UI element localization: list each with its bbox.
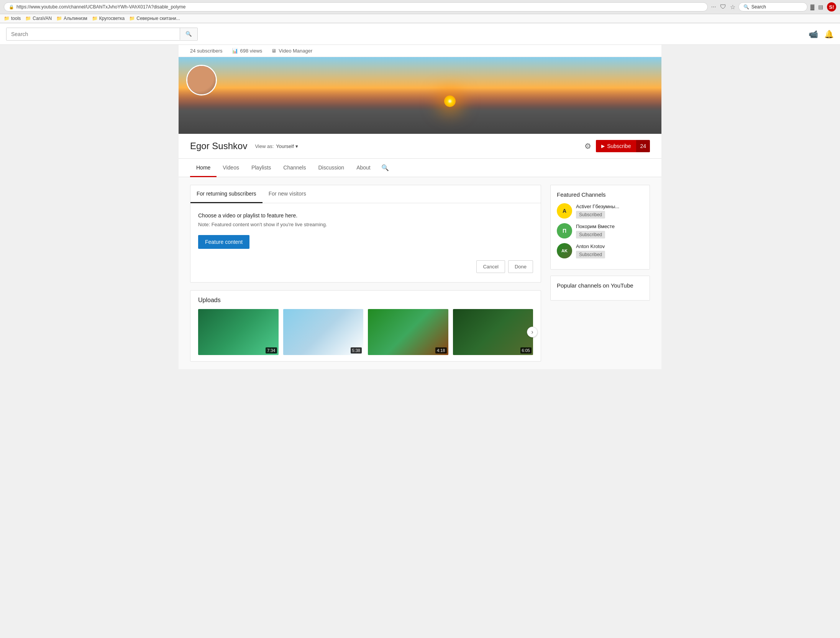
channel-avatar[interactable] [186,65,217,95]
video-duration-4: 6:05 [520,347,532,354]
tab-videos[interactable]: Videos [217,159,245,177]
fc-name-1: Activer Гбезумны... [576,204,643,209]
bookmarks-bar: 📁 tools 📁 CaraVAN 📁 Альпинизм 📁 Кругосве… [0,14,840,23]
featured-channel-1: A Activer Гбезумны... Subscribed [557,203,643,219]
channel-banner [179,57,661,134]
fc-avatar-1: A [557,203,572,219]
folder-icon: 📁 [25,16,31,21]
channel-name: Egor Sushkov [190,141,247,151]
channel-container: 24 subscribers 📊 698 views 🖥 Video Manag… [179,45,661,369]
note-text: Note: Featured content won't show if you… [198,222,533,227]
fc-subscribed-btn-3[interactable]: Subscribed [576,251,605,258]
folder-icon: 📁 [56,16,62,21]
bookmark-severnye[interactable]: 📁 Северные скитани... [129,16,180,21]
star-icon[interactable]: ☆ [730,3,735,11]
browser-url-actions: ··· 🛡 ☆ [711,3,735,11]
video-manager-stat[interactable]: 🖥 Video Manager [271,48,312,54]
profile-icon[interactable]: S! [827,2,836,12]
chart-icon: 📊 [232,48,238,54]
uploads-title: Uploads [198,297,533,304]
view-as-value: Yourself [276,143,294,149]
channel-info-row: Egor Sushkov View as: Yourself ▾ ⚙ ▶ Sub… [179,134,661,159]
tab-about[interactable]: About [350,159,377,177]
tab-returning-subscribers[interactable]: For returning subscribers [190,185,262,203]
banner-road [179,88,661,134]
video-thumb-4[interactable]: 6:05 [453,309,533,355]
fc-info-3: Anton Krotov Subscribed [576,243,643,258]
video-thumb-3[interactable]: 4:18 [368,309,448,355]
popular-channels-title: Popular channels on YouTube [557,282,643,289]
feature-panel: For returning subscribers For new visito… [190,185,541,283]
lock-icon: 🔒 [9,5,14,10]
fc-subscribed-btn-2[interactable]: Subscribed [576,231,605,238]
views-stat: 📊 698 views [232,48,262,54]
subscribe-count[interactable]: 24 [636,140,650,152]
subscribe-button[interactable]: ▶ Subscribe 24 [596,140,650,152]
subscribe-btn-main[interactable]: ▶ Subscribe [596,140,636,152]
tab-playlists[interactable]: Playlists [245,159,277,177]
bookmark-alpinizm[interactable]: 📁 Альпинизм [56,16,87,21]
bell-icon[interactable]: 🔔 [824,30,834,39]
feature-actions: Cancel Done [198,260,533,273]
folder-icon: 📁 [4,16,10,21]
tab-new-visitors[interactable]: For new visitors [262,185,312,203]
featured-channels-title: Featured Channels [557,191,643,198]
view-as-section: View as: Yourself ▾ [255,143,298,149]
tab-home[interactable]: Home [190,159,217,177]
add-video-icon[interactable]: 📹 [809,30,818,39]
feature-content-button[interactable]: Feature content [198,235,249,249]
url-bar: 🔒 https://www.youtube.com/channel/UCBAhi… [0,0,840,14]
reader-icon[interactable]: ▤ [818,4,823,10]
folder-icon: 📁 [92,16,98,21]
cancel-button[interactable]: Cancel [476,260,505,273]
views-text: 698 views [240,48,262,54]
uploads-section: Uploads 7:34 5:38 4:18 [190,290,541,362]
bookmark-label: Альпинизм [64,16,87,21]
thumb-img-4: 6:05 [453,309,533,355]
fc-avatar-3: AK [557,243,572,258]
settings-icon[interactable]: ⚙ [584,141,591,151]
view-as-label: View as: [255,143,274,149]
thumb-img-1: 7:34 [198,309,279,355]
bookmark-krugosvetka[interactable]: 📁 Кругосветка [92,16,125,21]
fc-info-2: Покорим Вместе Subscribed [576,224,643,238]
popular-channels-section: Popular channels on YouTube [550,276,650,301]
video-duration-2: 5:38 [351,347,362,354]
video-manager-icon: 🖥 [271,48,276,54]
bookmark-tools[interactable]: 📁 tools [4,16,21,21]
channel-tabs: Home Videos Playlists Channels Discussio… [179,159,661,177]
yt-search-button[interactable]: 🔍 [180,28,197,40]
tab-channels[interactable]: Channels [277,159,312,177]
channel-actions: ⚙ ▶ Subscribe 24 [584,140,650,152]
tab-search-icon[interactable]: 🔍 [378,159,392,177]
yt-search-input[interactable] [7,28,180,40]
video-duration-1: 7:34 [266,347,277,354]
fc-avatar-letter-2: П [563,228,566,234]
featured-channel-3: AK Anton Krotov Subscribed [557,243,643,258]
bookmark-caravan[interactable]: 📁 CaraVAN [25,16,52,21]
done-button[interactable]: Done [508,260,533,273]
address-bar[interactable]: 🔒 https://www.youtube.com/channel/UCBAhi… [4,2,708,12]
content-left: For returning subscribers For new visito… [190,185,541,362]
video-thumb-1[interactable]: 7:34 [198,309,279,355]
content-right: Featured Channels A Activer Гбезумны... … [550,185,650,362]
banner-sun [444,95,456,107]
more-icon[interactable]: ··· [711,3,716,10]
yt-search-bar[interactable]: 🔍 [6,28,198,41]
tab-discussion[interactable]: Discussion [312,159,350,177]
browser-right-icons: ▓ ▤ S! [810,2,836,12]
thumb-img-2: 5:38 [283,309,364,355]
search-icon: 🔍 [743,4,749,10]
fc-name-2: Покорим Вместе [576,224,643,229]
next-arrow[interactable]: › [527,327,538,337]
chevron-down-icon: ▾ [295,143,298,149]
fc-subscribed-btn-1[interactable]: Subscribed [576,211,605,219]
channel-stats-bar: 24 subscribers 📊 698 views 🖥 Video Manag… [179,45,661,57]
video-thumb-2[interactable]: 5:38 [283,309,364,355]
avatar-face [187,66,216,94]
pocket-icon[interactable]: 🛡 [720,3,726,10]
bookmark-label: tools [11,16,21,21]
library-icon[interactable]: ▓ [810,4,814,10]
view-as-dropdown[interactable]: Yourself ▾ [276,143,298,149]
browser-search[interactable]: 🔍 Search [738,2,807,12]
